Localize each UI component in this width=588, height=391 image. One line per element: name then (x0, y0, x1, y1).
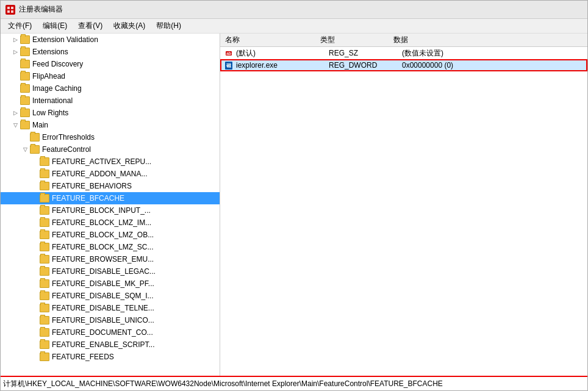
title-bar: 注册表编辑器 (1, 1, 587, 19)
tree-item-fc-block-lmz-ob[interactable]: FEATURE_BLOCK_LMZ_OB... (1, 229, 220, 241)
tree-item-fc-block-lmz-im[interactable]: FEATURE_BLOCK_LMZ_IM... (1, 217, 220, 229)
tree-item-international[interactable]: International (1, 95, 220, 107)
tree-item-main[interactable]: ▽ Main (1, 119, 220, 131)
folder-icon-fc-addon (40, 170, 49, 178)
table-header: 名称 类型 数据 (220, 34, 587, 47)
col-header-data: 数据 (393, 35, 585, 45)
tree-item-fc-block-input[interactable]: FEATURE_BLOCK_INPUT_... (1, 204, 220, 217)
tree-label-fc-disable-telne: FEATURE_DISABLE_TELNE... (52, 304, 154, 312)
svg-rect-2 (7, 10, 10, 13)
tree-item-fc-browser-emu[interactable]: FEATURE_BROWSER_EMU... (1, 253, 220, 265)
tree-item-fc-disable-mk-pf[interactable]: FEATURE_DISABLE_MK_PF... (1, 278, 220, 290)
tree-label-fc-block-input: FEATURE_BLOCK_INPUT_... (52, 206, 151, 215)
folder-icon-fc-disable-telne (40, 304, 49, 312)
tree-item-fc-activex[interactable]: FEATURE_ACTIVEX_REPU... (1, 156, 220, 168)
tree-scroll[interactable]: ▷ Extension Validation ▷ Extensions Feed… (1, 34, 220, 376)
tree-item-fc-block-lmz-sc[interactable]: FEATURE_BLOCK_LMZ_SC... (1, 241, 220, 253)
folder-open-icon-feature-control (30, 145, 40, 154)
row-name-iexplorer: iexplorer.exe (236, 61, 329, 70)
window-title: 注册表编辑器 (19, 4, 63, 15)
menu-bar: 文件(F) 编辑(E) 查看(V) 收藏夹(A) 帮助(H) (1, 19, 587, 34)
expand-icon-extensions[interactable]: ▷ (10, 47, 20, 57)
tree-item-fc-disable-unico[interactable]: FEATURE_DISABLE_UNICO... (1, 314, 220, 326)
registry-editor-window: 注册表编辑器 文件(F) 编辑(E) 查看(V) 收藏夹(A) 帮助(H) ▷ … (0, 0, 588, 391)
tree-label-fc-block-lmz-ob: FEATURE_BLOCK_LMZ_OB... (52, 231, 154, 239)
tree-item-image-caching[interactable]: Image Caching (1, 82, 220, 95)
svg-rect-3 (11, 10, 13, 13)
tree-label-fc-disable-mk-pf: FEATURE_DISABLE_MK_PF... (52, 279, 154, 288)
col-header-type: 类型 (320, 35, 393, 45)
folder-icon-international (20, 96, 30, 105)
expand-icon-low-rights[interactable]: ▷ (10, 108, 20, 118)
row-data-iexplorer: 0x00000000 (0) (402, 61, 584, 70)
tree-item-fc-document-co[interactable]: FEATURE_DOCUMENT_CO... (1, 326, 220, 339)
app-icon (5, 5, 15, 15)
tree-label-fc-document-co: FEATURE_DOCUMENT_CO... (52, 328, 153, 337)
tree-item-fc-disable-legacy[interactable]: FEATURE_DISABLE_LEGAC... (1, 265, 220, 278)
menu-view[interactable]: 查看(V) (73, 20, 107, 32)
folder-icon-image-caching (20, 84, 30, 93)
tree-item-fc-enable-script[interactable]: FEATURE_ENABLE_SCRIPT... (1, 339, 220, 351)
tree-label-main: Main (32, 121, 48, 129)
tree-item-error-thresholds[interactable]: ErrorThresholds (1, 131, 220, 143)
tree-item-feed-discovery[interactable]: Feed Discovery (1, 58, 220, 70)
menu-edit[interactable]: 编辑(E) (38, 20, 72, 32)
folder-open-icon-main (20, 121, 30, 129)
folder-icon-fc-block-input (40, 206, 49, 215)
folder-icon-fc-behaviors (40, 182, 49, 190)
tree-item-feature-control[interactable]: ▽ FeatureControl (1, 143, 220, 156)
row-type-default: REG_SZ (329, 49, 402, 57)
table-row-default[interactable]: ab (默认) REG_SZ (数值未设置) (220, 47, 587, 59)
tree-item-fc-addon[interactable]: FEATURE_ADDON_MANA... (1, 168, 220, 180)
svg-rect-0 (7, 7, 10, 9)
tree-label-extensions: Extensions (32, 48, 68, 56)
svg-rect-1 (11, 7, 13, 9)
row-name-default: (默认) (236, 48, 329, 59)
tree-item-flipahead[interactable]: FlipAhead (1, 70, 220, 82)
folder-icon-fc-block-lmz-sc (40, 243, 49, 251)
tree-item-fc-feeds[interactable]: FEATURE_FEEDS (1, 351, 220, 363)
tree-label-fc-block-lmz-sc: FEATURE_BLOCK_LMZ_SC... (52, 243, 154, 251)
tree-item-fc-bfcache[interactable]: FEATURE_BFCACHE (1, 192, 220, 204)
tree-item-extensions[interactable]: ▷ Extensions (1, 46, 220, 58)
folder-icon-ext-val (20, 35, 30, 44)
tree-label-image-caching: Image Caching (32, 84, 82, 93)
tree-label-error-thresholds: ErrorThresholds (42, 133, 95, 142)
tree-label-feed-discovery: Feed Discovery (32, 60, 83, 68)
tree-item-fc-disable-sqm[interactable]: FEATURE_DISABLE_SQM_I... (1, 290, 220, 302)
expand-icon-main[interactable]: ▽ (10, 120, 20, 130)
tree-label-international: International (32, 96, 73, 105)
folder-icon-fc-disable-unico (40, 316, 49, 325)
folder-icon-flipahead (20, 72, 30, 81)
tree-label-fc-activex: FEATURE_ACTIVEX_REPU... (52, 157, 151, 166)
col-header-name: 名称 (223, 35, 320, 45)
folder-icon-fc-activex (40, 157, 49, 166)
reg-icon: 磁 (225, 62, 232, 70)
tree-label-low-rights: Low Rights (32, 109, 68, 117)
menu-favorites[interactable]: 收藏夹(A) (109, 20, 150, 32)
ab-icon: ab (226, 51, 232, 56)
tree-item-fc-disable-telne[interactable]: FEATURE_DISABLE_TELNE... (1, 302, 220, 314)
expand-icon-ext-val[interactable]: ▷ (10, 35, 20, 45)
folder-icon-fc-bfcache (40, 194, 49, 203)
row-data-default: (数值未设置) (402, 48, 584, 59)
expand-icon-feature-control[interactable]: ▽ (20, 145, 30, 154)
row-icon-default: ab (224, 49, 234, 57)
status-bar: 计算机\HKEY_LOCAL_MACHINE\SOFTWARE\WOW6432N… (1, 376, 587, 390)
menu-file[interactable]: 文件(F) (3, 20, 37, 32)
status-path: 计算机\HKEY_LOCAL_MACHINE\SOFTWARE\WOW6432N… (3, 379, 443, 389)
folder-icon-fc-browser-emu (40, 255, 49, 264)
folder-icon-fc-feeds (40, 353, 49, 361)
folder-icon-error-thresholds (30, 133, 40, 142)
table-body: ab (默认) REG_SZ (数值未设置) 磁 iexplorer.exe R… (220, 47, 587, 376)
folder-icon-fc-document-co (40, 328, 49, 337)
tree-label-fc-block-lmz-im: FEATURE_BLOCK_LMZ_IM... (52, 218, 151, 227)
menu-help[interactable]: 帮助(H) (151, 20, 186, 32)
tree-item-ext-val[interactable]: ▷ Extension Validation (1, 34, 220, 46)
tree-label-fc-disable-legacy: FEATURE_DISABLE_LEGAC... (52, 267, 156, 276)
tree-item-low-rights[interactable]: ▷ Low Rights (1, 107, 220, 119)
tree-item-fc-behaviors[interactable]: FEATURE_BEHAVIORS (1, 180, 220, 192)
table-row-iexplorer[interactable]: 磁 iexplorer.exe REG_DWORD 0x00000000 (0) (220, 59, 587, 71)
tree-label-fc-bfcache: FEATURE_BFCACHE (52, 194, 124, 203)
tree-label-fc-feeds: FEATURE_FEEDS (52, 353, 114, 361)
